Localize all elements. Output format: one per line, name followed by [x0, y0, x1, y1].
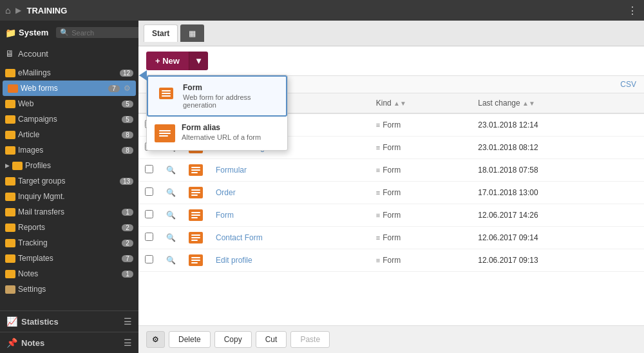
- search-mag-icon-4[interactable]: 🔍: [166, 211, 176, 220]
- tab-start[interactable]: Start: [144, 24, 178, 42]
- table-row: 🔍 Formular ≡ Form 1: [138, 159, 644, 182]
- tab-grid-icon: ▦: [189, 29, 196, 38]
- row-search-3[interactable]: 🔍: [160, 182, 182, 204]
- item-link-2[interactable]: Formular: [216, 166, 247, 175]
- sidebar-item-tracking[interactable]: Tracking 2: [0, 235, 138, 251]
- toolbar: + New ▼: [138, 46, 644, 76]
- emailings-badge: 12: [120, 70, 133, 77]
- sidebar-item-emailings[interactable]: eMailings 12: [0, 65, 138, 81]
- templates-label: Templates: [18, 254, 119, 263]
- sidebar-item-account[interactable]: 🖥 Account: [0, 44, 138, 62]
- row-checkbox-6[interactable]: [138, 249, 160, 272]
- sidebar-item-images[interactable]: Images 8: [0, 142, 138, 158]
- folder-icon-web: [5, 100, 15, 108]
- webforms-label: Web forms: [21, 84, 106, 93]
- notes-label: Notes: [18, 269, 119, 278]
- row-checkbox-4[interactable]: [138, 204, 160, 227]
- tab-grid[interactable]: ▦: [180, 24, 204, 42]
- folder-icon-targetgroups: [5, 177, 15, 186]
- row-checkbox-2[interactable]: [138, 159, 160, 182]
- article-badge: 8: [122, 131, 133, 138]
- csv-button[interactable]: CSV: [620, 80, 636, 89]
- copy-button[interactable]: Copy: [214, 331, 252, 348]
- row-name-5[interactable]: Contact Form: [209, 227, 370, 249]
- new-button[interactable]: + New: [146, 52, 189, 70]
- search-mag-icon-6[interactable]: 🔍: [166, 256, 176, 265]
- checkbox-2[interactable]: [145, 165, 153, 173]
- row-search-4[interactable]: 🔍: [160, 204, 182, 227]
- row-lastchange-5: 12.06.2017 09:14: [471, 227, 644, 249]
- sidebar-item-notes-bottom[interactable]: 📌 Notes ☰: [0, 332, 138, 353]
- delete-button[interactable]: Delete: [169, 331, 211, 348]
- search-mag-icon-3[interactable]: 🔍: [166, 188, 176, 197]
- options-icon[interactable]: ⋮: [627, 5, 639, 17]
- item-link-3[interactable]: Order: [216, 188, 236, 197]
- sidebar-item-templates[interactable]: Templates 7: [0, 251, 138, 266]
- kind-value-4: Form: [383, 211, 401, 220]
- row-name-2[interactable]: Formular: [209, 159, 370, 182]
- sidebar-item-web[interactable]: Web 5: [0, 96, 138, 111]
- campaigns-badge: 5: [122, 116, 133, 123]
- content-area: Start ▦ + New ▼: [138, 21, 644, 353]
- search-mag-icon-5[interactable]: 🔍: [166, 233, 176, 242]
- reports-label: Reports: [18, 223, 119, 232]
- item-link-6[interactable]: Edit profile: [216, 256, 252, 265]
- row-kind-4: ≡ Form: [370, 204, 472, 227]
- checkbox-3[interactable]: [145, 187, 153, 196]
- row-name-6[interactable]: Edit profile: [209, 249, 370, 272]
- row-search-6[interactable]: 🔍: [160, 249, 182, 272]
- cut-button[interactable]: Cut: [256, 331, 287, 348]
- dropdown-item-form[interactable]: Form Web form for address generation: [147, 75, 287, 117]
- sidebar-item-reports[interactable]: Reports 2: [0, 220, 138, 235]
- templates-badge: 7: [122, 255, 133, 262]
- pin-icon: 📌: [6, 338, 17, 348]
- gear-icon[interactable]: ⚙: [124, 84, 131, 93]
- sidebar-item-notes[interactable]: Notes 1: [0, 266, 138, 281]
- row-name-4[interactable]: Form: [209, 204, 370, 227]
- item-link-5[interactable]: Contact Form: [216, 233, 263, 242]
- form-item-desc: Web form for address generation: [183, 93, 278, 109]
- sidebar-search-box: 🔍 ✕: [56, 27, 138, 38]
- statistics-label: Statistics: [21, 317, 120, 327]
- paste-button[interactable]: Paste: [290, 331, 330, 348]
- kind-icon-0: ≡: [376, 121, 380, 129]
- tab-bar: Start ▦: [138, 21, 644, 46]
- folder-icon-campaigns: [5, 115, 15, 124]
- sidebar-item-targetgroups[interactable]: Target groups 13: [0, 173, 138, 189]
- sidebar-item-campaigns[interactable]: Campaigns 5: [0, 111, 138, 127]
- checkbox-6[interactable]: [145, 255, 153, 263]
- sidebar-item-inquirymgmt[interactable]: Inquiry Mgmt.: [0, 189, 138, 204]
- sidebar-item-statistics[interactable]: 📈 Statistics ☰: [0, 310, 138, 332]
- header-kind[interactable]: Kind ▲▼: [370, 93, 472, 113]
- kind-value-1: Form: [383, 143, 401, 152]
- header-lastchange[interactable]: Last change ▲▼: [471, 93, 644, 113]
- new-dropdown-arrow[interactable]: ▼: [189, 52, 208, 70]
- home-icon[interactable]: ⌂: [5, 5, 10, 15]
- row-search-2[interactable]: 🔍: [160, 159, 182, 182]
- sidebar-item-profiles[interactable]: ▶ Profiles: [0, 158, 138, 173]
- checkbox-4[interactable]: [145, 210, 153, 218]
- folder-icon-images: [5, 146, 15, 155]
- search-mag-icon-2[interactable]: 🔍: [166, 166, 176, 175]
- row-checkbox-3[interactable]: [138, 182, 160, 204]
- monitor-icon: 🖥: [5, 48, 14, 59]
- sidebar-item-webforms[interactable]: Web forms 7 ⚙: [3, 81, 136, 96]
- row-kind-1: ≡ Form: [370, 137, 472, 159]
- item-link-4[interactable]: Form: [216, 211, 234, 220]
- gear-button[interactable]: ⚙: [146, 331, 165, 348]
- dropdown-item-formalias[interactable]: Form alias Alternative URL of a form: [147, 117, 287, 150]
- tracking-badge: 2: [122, 240, 133, 247]
- sidebar-item-mailtransfers[interactable]: Mail transfers 1: [0, 204, 138, 220]
- row-checkbox-5[interactable]: [138, 227, 160, 249]
- row-lastchange-6: 12.06.2017 09:13: [471, 249, 644, 272]
- sidebar-item-article[interactable]: Article 8: [0, 127, 138, 142]
- web-badge: 5: [122, 100, 133, 108]
- row-form-icon-3: [182, 182, 209, 204]
- search-input[interactable]: [71, 29, 136, 37]
- row-search-5[interactable]: 🔍: [160, 227, 182, 249]
- row-name-3[interactable]: Order: [209, 182, 370, 204]
- sidebar-item-settings[interactable]: Settings: [0, 281, 138, 297]
- checkbox-5[interactable]: [145, 233, 153, 241]
- kind-icon-4: ≡: [376, 211, 380, 219]
- kind-icon-2: ≡: [376, 166, 380, 174]
